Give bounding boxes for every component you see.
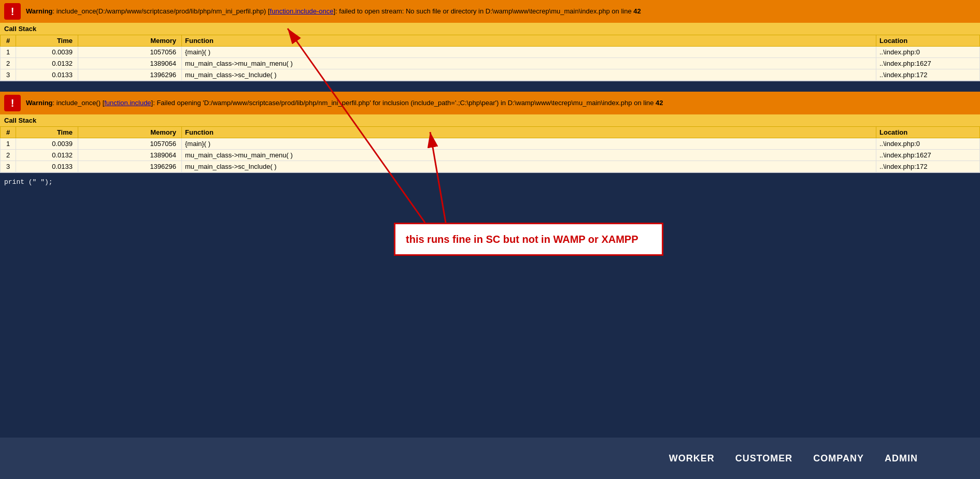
call-stack-table-2: # Time Memory Function Location 1 0.0039… <box>0 126 980 172</box>
cell-location: ..\index.php:0 <box>876 138 980 150</box>
cell-num: 2 <box>1 150 16 161</box>
cell-time: 0.0039 <box>16 138 78 150</box>
cell-function: {main}( ) <box>182 138 876 150</box>
table-row: 1 0.0039 1057056 {main}( ) ..\index.php:… <box>1 47 980 58</box>
code-line: print (" "); <box>4 178 53 186</box>
cell-time: 0.0132 <box>16 150 78 161</box>
error-header-2: ! Warning: include_once() [function.incl… <box>0 92 980 114</box>
col-header-memory-2: Memory <box>78 127 182 138</box>
cell-memory: 1396296 <box>78 161 182 172</box>
col-header-time-1: Time <box>16 35 78 47</box>
cell-function: {main}( ) <box>182 47 876 58</box>
nav-worker[interactable]: WORKER <box>669 453 715 464</box>
call-stack-header-2: Call Stack <box>0 114 980 126</box>
cell-memory: 1057056 <box>78 138 182 150</box>
col-header-location-1: Location <box>876 35 980 47</box>
table-row: 2 0.0132 1389064 mu_main_class->mu_main_… <box>1 150 980 161</box>
cell-num: 2 <box>1 58 16 69</box>
table-row: 1 0.0039 1057056 {main}( ) ..\index.php:… <box>1 138 980 150</box>
col-header-function-2: Function <box>182 127 876 138</box>
cell-function: mu_main_class->sc_Include( ) <box>182 69 876 81</box>
call-stack-header-1: Call Stack <box>0 23 980 35</box>
cell-num: 3 <box>1 69 16 81</box>
error-block-2: ! Warning: include_once() [function.incl… <box>0 92 980 173</box>
code-area: print (" "); <box>0 173 980 191</box>
cell-location: ..\index.php:172 <box>876 161 980 172</box>
spacer-1 <box>0 81 980 92</box>
table-row: 3 0.0133 1396296 mu_main_class->sc_Inclu… <box>1 161 980 172</box>
cell-num: 1 <box>1 138 16 150</box>
cell-time: 0.0133 <box>16 69 78 81</box>
cell-location: ..\index.php:1627 <box>876 150 980 161</box>
table-row: 3 0.0133 1396296 mu_main_class->sc_Inclu… <box>1 69 980 81</box>
error-block-1: ! Warning: include_once(D:/wamp/www/scri… <box>0 0 980 81</box>
nav-admin[interactable]: ADMIN <box>885 453 918 464</box>
cell-time: 0.0039 <box>16 47 78 58</box>
col-header-time-2: Time <box>16 127 78 138</box>
cell-function: mu_main_class->mu_main_menu( ) <box>182 58 876 69</box>
col-header-num-1: # <box>1 35 16 47</box>
error-message-2: Warning: include_once() [function.includ… <box>26 98 663 108</box>
table-header-row-2: # Time Memory Function Location <box>1 127 980 138</box>
warning-icon-1: ! <box>4 3 21 20</box>
cell-location: ..\index.php:1627 <box>876 58 980 69</box>
table-header-row-1: # Time Memory Function Location <box>1 35 980 47</box>
cell-num: 1 <box>1 47 16 58</box>
col-header-location-2: Location <box>876 127 980 138</box>
cell-function: mu_main_class->mu_main_menu( ) <box>182 150 876 161</box>
error-link-2[interactable]: function.include <box>104 99 151 107</box>
footer-nav: WORKER CUSTOMER COMPANY ADMIN <box>0 438 980 479</box>
cell-memory: 1396296 <box>78 69 182 81</box>
cell-time: 0.0132 <box>16 58 78 69</box>
cell-location: ..\index.php:0 <box>876 47 980 58</box>
call-stack-table-1: # Time Memory Function Location 1 0.0039… <box>0 35 980 81</box>
nav-customer[interactable]: CUSTOMER <box>735 453 793 464</box>
warning-icon-2: ! <box>4 95 21 111</box>
cell-memory: 1389064 <box>78 58 182 69</box>
error-header-1: ! Warning: include_once(D:/wamp/www/scri… <box>0 0 980 23</box>
table-row: 2 0.0132 1389064 mu_main_class->mu_main_… <box>1 58 980 69</box>
col-header-function-1: Function <box>182 35 876 47</box>
annotation-text: this runs fine in SC but not in WAMP or … <box>406 234 638 245</box>
cell-num: 3 <box>1 161 16 172</box>
nav-company[interactable]: COMPANY <box>813 453 864 464</box>
annotation-box: this runs fine in SC but not in WAMP or … <box>394 223 663 256</box>
cell-function: mu_main_class->sc_Include( ) <box>182 161 876 172</box>
col-header-num-2: # <box>1 127 16 138</box>
cell-location: ..\index.php:172 <box>876 69 980 81</box>
cell-time: 0.0133 <box>16 161 78 172</box>
error-link-1[interactable]: function.include-once <box>270 7 334 15</box>
col-header-memory-1: Memory <box>78 35 182 47</box>
cell-memory: 1389064 <box>78 150 182 161</box>
error-message-1: Warning: include_once(D:/wamp/www/script… <box>26 7 641 16</box>
cell-memory: 1057056 <box>78 47 182 58</box>
